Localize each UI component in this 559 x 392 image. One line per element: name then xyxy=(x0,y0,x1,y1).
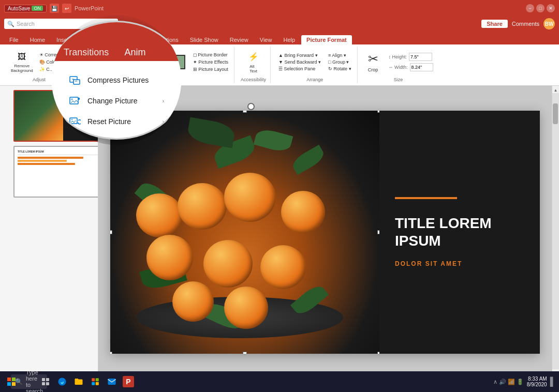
show-desktop-button[interactable]: ▌ xyxy=(550,377,556,386)
handle-br[interactable] xyxy=(377,352,379,354)
crop-button[interactable]: ✂ Crop xyxy=(364,50,383,74)
search-placeholder: Search xyxy=(17,21,35,27)
handle-tm[interactable] xyxy=(243,111,247,113)
handle-bl[interactable] xyxy=(110,352,112,354)
remove-bg-icon: 🖼 xyxy=(16,51,28,63)
adjust-label: Adjust xyxy=(33,77,46,83)
compress-pictures-label: Compress Pictures xyxy=(87,76,149,84)
alt-text-button[interactable]: ⚡ AltText xyxy=(244,49,263,75)
svg-rect-5 xyxy=(46,378,49,381)
svg-rect-17 xyxy=(70,118,77,124)
slide-canvas: TITLE LOREM IPSUM DOLOR SIT AMET xyxy=(110,111,540,354)
scrollbar-thumb[interactable] xyxy=(553,103,558,124)
user-area: Share Comments BW xyxy=(481,18,555,29)
autosave-label: AutoSave xyxy=(8,6,30,11)
store-button[interactable] xyxy=(88,374,102,389)
tab-slideshow[interactable]: Slide Show xyxy=(185,35,224,44)
compress-pictures-item[interactable]: Compress Pictures xyxy=(64,72,169,88)
svg-rect-10 xyxy=(92,382,95,385)
task-view-button[interactable] xyxy=(38,374,53,389)
zoom-anim-tab: Anim xyxy=(124,47,145,58)
tab-file[interactable]: File xyxy=(4,35,24,44)
restore-button[interactable]: □ xyxy=(536,4,545,12)
search-taskbar-button[interactable]: 🔍 Type here to search xyxy=(22,374,36,389)
rotate-button[interactable]: ↻ Rotate ▾ xyxy=(327,66,353,72)
right-scrollbar: ▲ ▼ xyxy=(552,86,559,379)
picture-effects-button[interactable]: ✦ Picture Effects xyxy=(192,59,230,65)
arrange-label: Arrange xyxy=(306,77,323,83)
reset-picture-chevron: › xyxy=(163,119,164,125)
size-label: Size xyxy=(394,77,403,83)
send-backward-button[interactable]: ▼ Send Backward ▾ xyxy=(277,59,322,65)
svg-rect-12 xyxy=(108,379,116,385)
ribbon-group-size: ✂ Crop ↕ Height: 7.5" ↔ Width: 8.24" S xyxy=(360,47,437,83)
reset-picture-label: Reset Picture xyxy=(87,117,131,126)
slide-2-bar-1 xyxy=(18,157,83,159)
change-picture-label: Change Picture xyxy=(87,97,138,105)
reset-picture-item[interactable]: Reset Picture › xyxy=(64,113,169,130)
remove-background-button[interactable]: 🖼 RemoveBackground xyxy=(8,49,36,75)
minimize-button[interactable]: − xyxy=(526,4,534,12)
autosave-badge[interactable]: AutoSave ON xyxy=(4,5,47,12)
svg-rect-14 xyxy=(73,80,80,84)
svg-rect-9 xyxy=(96,378,99,381)
selection-pane-button[interactable]: ☰ Selection Pane xyxy=(277,66,322,72)
slide-2-bar-3 xyxy=(18,163,75,165)
system-tray-icons: ∧ 🔊 📶 🔋 xyxy=(493,379,524,385)
height-input[interactable]: 7.5" xyxy=(409,53,432,61)
rotate-handle[interactable] xyxy=(247,103,255,110)
slide-2-thumb-title: TITLE LOREM IPSUM xyxy=(18,150,98,153)
file-explorer-button[interactable] xyxy=(71,374,86,389)
slide-2-content xyxy=(18,157,98,165)
svg-rect-0 xyxy=(7,378,11,381)
save-icon[interactable]: 💾 xyxy=(50,4,59,13)
handle-bm[interactable] xyxy=(243,352,247,354)
scroll-up-button[interactable]: ▲ xyxy=(553,87,559,93)
alt-text-icon: ⚡ xyxy=(247,51,260,63)
change-picture-chevron: › xyxy=(163,98,164,104)
group-button[interactable]: □ Group ▾ xyxy=(327,59,353,65)
orange-1 xyxy=(136,193,183,237)
change-picture-item[interactable]: Change Picture › xyxy=(64,93,169,109)
picture-layout-button[interactable]: ⊞ Picture Layout xyxy=(192,66,230,72)
edge-browser-button[interactable] xyxy=(55,374,69,389)
tab-help[interactable]: Help xyxy=(278,35,300,44)
handle-ml[interactable] xyxy=(110,230,112,234)
undo-icon[interactable]: ↩ xyxy=(62,4,71,13)
svg-rect-8 xyxy=(92,378,95,381)
width-input[interactable]: 8.24" xyxy=(410,63,433,71)
mail-button[interactable] xyxy=(105,374,119,389)
tab-review[interactable]: Review xyxy=(225,35,254,44)
share-button[interactable]: Share xyxy=(481,20,508,28)
comments-button[interactable]: Comments xyxy=(512,21,539,27)
picture-border-button[interactable]: ◻ Picture Border xyxy=(192,52,230,58)
title-bar-right: − □ ✕ xyxy=(526,4,555,12)
crop-icon: ✂ xyxy=(368,52,378,66)
date-label: 8/9/2020 xyxy=(527,382,547,387)
scrollbar-track xyxy=(552,93,559,369)
ribbon-group-arrange: ▲ Bring Forward ▾ ▼ Send Backward ▾ ☰ Se… xyxy=(273,47,357,83)
tab-home[interactable]: Home xyxy=(25,35,50,44)
time-label: 8:33 AM xyxy=(528,376,547,382)
tab-picture-format[interactable]: Picture Format xyxy=(301,35,352,44)
autosave-state[interactable]: ON xyxy=(32,6,43,11)
align-button[interactable]: ≡ Align ▾ xyxy=(327,52,353,58)
slide-right: TITLE LOREM IPSUM DOLOR SIT AMET xyxy=(379,111,540,354)
tab-view[interactable]: View xyxy=(255,35,277,44)
clock[interactable]: 8:33 AM 8/9/2020 xyxy=(527,376,547,387)
slide-2-bar-2 xyxy=(18,160,67,162)
ribbon-group-accessibility: ⚡ AltText Accessibility xyxy=(237,47,271,83)
handle-mr[interactable] xyxy=(377,230,379,234)
svg-rect-7 xyxy=(46,382,49,385)
bring-forward-button[interactable]: ▲ Bring Forward ▾ xyxy=(277,52,322,58)
title-bar-left: AutoSave ON 💾 ↩ PowerPoint xyxy=(4,4,104,13)
user-avatar[interactable]: BW xyxy=(543,18,555,29)
svg-point-16 xyxy=(71,98,73,100)
powerpoint-taskbar-button[interactable]: P xyxy=(121,374,136,389)
arrange-content: ▲ Bring Forward ▾ ▼ Send Backward ▾ ☰ Se… xyxy=(277,47,352,77)
search-icon: 🔍 xyxy=(7,21,14,27)
slide-2-thumb[interactable]: TITLE LOREM IPSUM xyxy=(13,146,98,198)
svg-rect-2 xyxy=(7,382,11,386)
close-button[interactable]: ✕ xyxy=(547,4,555,12)
handle-tr[interactable] xyxy=(377,111,379,113)
